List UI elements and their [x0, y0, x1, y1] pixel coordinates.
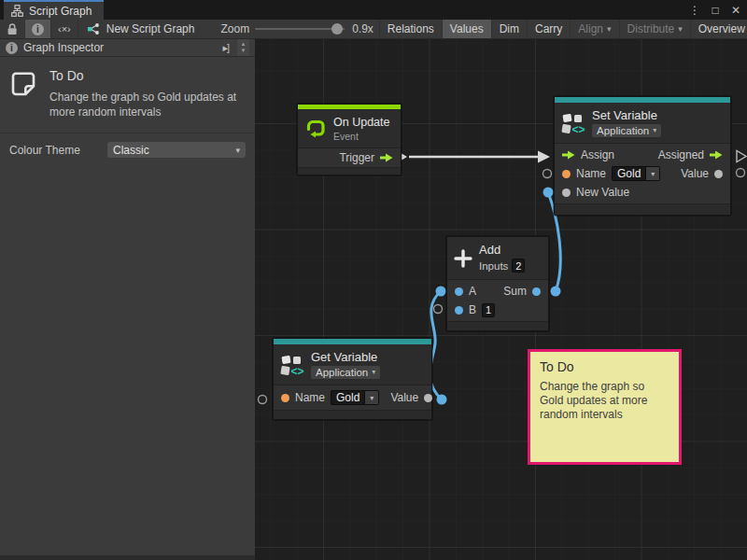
svg-text:<>: <>	[291, 365, 304, 377]
chevron-down-icon: ▾	[235, 146, 240, 155]
variable-scope-dropdown[interactable]: Application ▾	[311, 366, 380, 379]
variable-scope-value: Application	[597, 125, 649, 136]
new-value-port-row[interactable]: New Value	[555, 183, 730, 202]
sticky-note-line: Gold updates at more	[540, 394, 669, 408]
value-output-port[interactable]	[437, 395, 447, 405]
value-port-dot[interactable]	[424, 394, 432, 402]
node-title: On Update	[333, 116, 389, 129]
variable-scope-value: Application	[316, 367, 368, 378]
name-label: Name	[295, 391, 325, 404]
new-value-port-dot[interactable]	[562, 189, 571, 197]
overview-button[interactable]: Overview	[691, 20, 747, 38]
b-port-dot[interactable]	[455, 306, 463, 315]
dim-button[interactable]: Dim	[492, 20, 528, 38]
variable-name-value: Gold	[612, 166, 646, 181]
chevron-down-icon: ▾	[653, 126, 656, 134]
b-input-port[interactable]	[434, 305, 443, 314]
sum-port-dot[interactable]	[532, 287, 541, 296]
new-value-input-port[interactable]	[543, 188, 554, 198]
chevron-down-icon[interactable]: ▾	[646, 166, 660, 181]
name-input-port[interactable]	[543, 170, 552, 178]
value-port-dot[interactable]	[714, 170, 723, 178]
node-set-variable[interactable]: <> Set Variable Application ▾ Assign	[554, 96, 731, 216]
chevron-down-icon[interactable]: ▾	[365, 390, 379, 405]
sticky-note-line: Change the graph so	[540, 380, 669, 394]
scroll-down-icon[interactable]: ▼	[241, 48, 247, 54]
colour-theme-dropdown[interactable]: Classic ▾	[107, 142, 246, 158]
variable-name-dropdown[interactable]: Gold ▾	[331, 390, 379, 405]
inspector-header: i Graph Inspector ▸] ▲ ▼	[0, 39, 255, 57]
inputs-label: Inputs	[479, 260, 508, 272]
inspector-todo-section: To Do Change the graph so Gold updates a…	[0, 57, 255, 133]
name-port-dot[interactable]	[281, 394, 289, 402]
tab-script-graph[interactable]: Script Graph	[4, 0, 104, 20]
assign-label: Assign	[581, 148, 614, 161]
graph-canvas[interactable]: On Update Event Trigger	[255, 39, 747, 560]
values-button[interactable]: Values	[443, 20, 492, 38]
sticky-note[interactable]: To Do Change the graph so Gold updates a…	[528, 349, 682, 465]
variable-name-dropdown[interactable]: Gold ▾	[612, 166, 660, 181]
distribute-button[interactable]: Distribute▾	[620, 20, 691, 38]
a-input-port[interactable]	[436, 287, 446, 297]
inspector-title: Graph Inspector	[23, 41, 214, 54]
node-header: On Update Event	[298, 109, 401, 148]
assigned-output-port[interactable]	[737, 151, 746, 162]
a-port-row[interactable]: A Sum	[447, 282, 548, 301]
close-icon[interactable]: ✕	[728, 4, 743, 17]
variable-icon: <>	[280, 353, 304, 377]
code-preview-button[interactable]: ‹×›	[51, 20, 78, 38]
chevron-down-icon: ▾	[372, 368, 375, 376]
variable-scope-dropdown[interactable]: Application ▾	[592, 124, 661, 137]
node-title: Set Variable	[592, 109, 661, 122]
chevron-down-icon: ▾	[607, 24, 612, 34]
carry-button[interactable]: Carry	[528, 20, 571, 38]
code-icon: ‹×›	[58, 23, 71, 35]
titlebar: Script Graph ⋮ □ ✕	[0, 0, 747, 20]
new-script-graph-button[interactable]: New Script Graph	[78, 20, 203, 38]
flow-arrow-icon	[710, 150, 723, 160]
inputs-count-field[interactable]: 2	[512, 259, 525, 273]
a-port-dot[interactable]	[455, 287, 463, 296]
node-header: <> Set Variable Application ▾	[555, 103, 730, 144]
getvar-name-input-port[interactable]	[259, 396, 267, 404]
name-port-row[interactable]: Name Gold ▾ Value	[555, 164, 730, 183]
node-on-update[interactable]: On Update Event Trigger	[297, 104, 402, 175]
relations-button[interactable]: Relations	[379, 20, 443, 38]
todo-text: Change the graph so Gold updates at more…	[49, 90, 250, 119]
todo-title: To Do	[49, 68, 250, 83]
inspector-scrollbar[interactable]: ▲ ▼	[237, 39, 249, 56]
node-footer	[298, 167, 401, 175]
node-header: <> Get Variable Application ▾	[274, 344, 431, 385]
align-button[interactable]: Align▾	[571, 20, 619, 38]
assign-port-row[interactable]: Assign Assigned	[555, 146, 730, 164]
zoom-slider-track[interactable]	[255, 28, 345, 30]
b-value-field[interactable]: 1	[482, 303, 495, 317]
zoom-value: 0.9x	[348, 20, 379, 38]
node-get-variable[interactable]: <> Get Variable Application ▾ Name Gold	[273, 338, 432, 420]
value-label: Value	[681, 167, 709, 180]
variable-icon: <>	[561, 111, 585, 135]
info-icon: i	[32, 23, 44, 35]
b-port-row[interactable]: B 1	[447, 301, 548, 319]
setvar-value-output-port[interactable]	[737, 169, 745, 177]
kebab-menu-icon[interactable]: ⋮	[687, 4, 702, 17]
lock-icon	[7, 22, 18, 35]
name-port-row[interactable]: Name Gold ▾ Value	[274, 388, 431, 407]
dock-icon[interactable]: ▸]	[219, 42, 232, 54]
tab-title: Script Graph	[29, 5, 92, 18]
inspector-toggle-button[interactable]: i	[25, 20, 51, 38]
new-value-label: New Value	[576, 186, 629, 199]
sum-output-port[interactable]	[551, 287, 561, 297]
zoom-slider[interactable]	[251, 20, 348, 38]
node-add[interactable]: Add Inputs 2 A Sum B	[446, 236, 549, 331]
scroll-up-icon[interactable]: ▲	[241, 41, 247, 48]
event-loop-icon	[304, 118, 327, 140]
chevron-down-icon: ▾	[678, 24, 683, 34]
name-port-dot[interactable]	[562, 170, 571, 178]
trigger-port-row[interactable]: Trigger	[298, 148, 401, 167]
lock-button[interactable]	[0, 20, 25, 38]
zoom-slider-knob[interactable]	[331, 23, 343, 35]
maximize-icon[interactable]: □	[708, 4, 723, 17]
zoom-label: Zoom	[213, 20, 251, 38]
a-label: A	[469, 285, 476, 298]
